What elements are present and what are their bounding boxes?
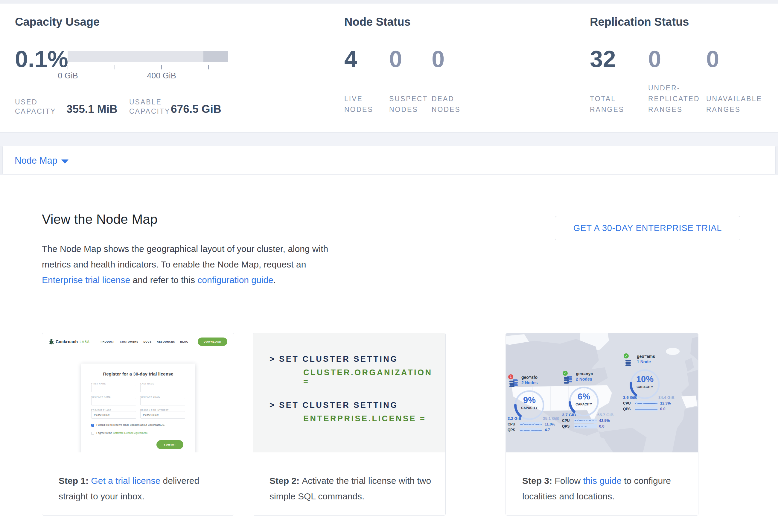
step2-caption: Step 2: Activate the trial license with … [269, 473, 433, 504]
license-agreement-checkbox-row: I agree to the Software License Agreemen… [91, 432, 185, 435]
get-trial-license-link[interactable]: Get a trial license [91, 476, 160, 485]
cockroach-labs-logo: Cockroach LABS [49, 339, 90, 345]
cpu-value: 11.0% [545, 422, 555, 427]
cpu-sparkline [635, 401, 658, 405]
node-map-selector[interactable]: Node Map [2, 146, 776, 175]
replication-status-title: Replication Status [590, 15, 769, 28]
trial-registration-form: Register for a 30-day trial license FIRS… [81, 364, 195, 452]
dead-nodes-value: 0 [432, 47, 445, 71]
unavailable-ranges-label: UNAVAILABLE RANGES [706, 93, 765, 115]
field-label: PROJECT PHASE [91, 409, 136, 411]
nav-item: RESOURCES [157, 340, 175, 343]
locality-icons [624, 354, 634, 367]
capacity-label: CAPACITY [567, 402, 600, 406]
roach-icon [49, 339, 54, 345]
sql-setting-line: CLUSTER.ORGANIZATION = [303, 368, 440, 387]
configuration-guide-link[interactable]: configuration guide [198, 275, 274, 285]
live-nodes-value: 4 [344, 47, 357, 71]
qps-value: 0.0 [660, 407, 665, 411]
cpu-metric: CPU 12.3% [623, 401, 677, 405]
qps-label: QPS [623, 407, 633, 411]
description-text: The Node Map shows the geographical layo… [42, 244, 328, 269]
usable-capacity-value: 676.5 GiB [171, 103, 221, 116]
capacity-bar-reserved-segment [204, 51, 228, 62]
caption-text: Follow [555, 476, 583, 485]
registration-site-screenshot: Cockroach LABS PRODUCT CUSTOMERS DOCS RE… [42, 333, 234, 452]
under-replicated-ranges-label: UNDER-REPLICATED RANGES [648, 83, 705, 115]
live-nodes-label: LIVE NODES [344, 93, 378, 115]
locality-icons: 1 [508, 375, 519, 388]
license-agreement-link: Software License Agreement. [113, 432, 148, 435]
form-title: Register for a 30-day trial license [91, 371, 185, 376]
capacity-usage-title: Capacity Usage [15, 15, 329, 28]
axis-tick-label: 400 GiB [138, 71, 185, 80]
locality-labels: geo=nyc 2 Nodes [576, 371, 593, 384]
step2-card: > SET CLUSTER SETTING CLUSTER.ORGANIZATI… [253, 333, 446, 516]
database-stack-icon [510, 379, 518, 387]
used-capacity-label: USED CAPACITY [15, 97, 64, 116]
qps-value: 4.7 [545, 428, 550, 432]
step1-card: Cockroach LABS PRODUCT CUSTOMERS DOCS RE… [42, 333, 234, 516]
qps-label: QPS [508, 428, 517, 432]
first-name-field [91, 385, 136, 392]
field-label: LAST NAME [140, 383, 185, 385]
cpu-value: 42.5% [599, 419, 610, 423]
capacity-bar [68, 51, 228, 62]
replication-status-section: Replication Status 32 0 0 TOTAL RANGES U… [590, 15, 769, 117]
node-map-selector-label: Node Map [15, 155, 58, 166]
checkbox-label: I would like to receive email updates ab… [96, 424, 165, 427]
step-number: Step 1: [59, 476, 91, 485]
database-stack-icon [625, 359, 631, 366]
under-replicated-ranges-value: 0 [648, 47, 661, 71]
description-text: and refer to this [130, 275, 198, 285]
field-label: COMPANY NAME [91, 396, 136, 398]
sql-command: > SET CLUSTER SETTING ENTERPRISE.LICENSE… [269, 401, 440, 424]
total-ranges-value: 32 [590, 47, 616, 71]
database-stack-icon [564, 376, 573, 384]
capacity-label: CAPACITY [513, 406, 546, 409]
suspect-nodes-label: SUSPECT NODES [389, 93, 427, 115]
axis-tick [114, 65, 115, 69]
enterprise-trial-button[interactable]: GET A 30-DAY ENTERPRISE TRIAL [555, 216, 740, 240]
step-number: Step 2: [269, 476, 302, 485]
reason-select: Please Select [140, 411, 185, 419]
cpu-label: CPU [562, 419, 571, 423]
capacity-percent: 0.1% [15, 47, 68, 71]
locality-name: geo=sfo [521, 375, 538, 380]
axis-tick [68, 65, 68, 69]
cpu-label: CPU [623, 401, 633, 405]
step1-caption: Step 1: Get a trial license delivered st… [59, 473, 221, 504]
cpu-metric: CPU 11.0% [508, 422, 561, 427]
sql-command: > SET CLUSTER SETTING CLUSTER.ORGANIZATI… [269, 355, 440, 387]
locality-node-count: 2 Nodes [521, 380, 538, 385]
download-button: DOWNLOAD [198, 337, 227, 346]
qps-sparkline [635, 407, 658, 411]
brand-name: Cockroach [56, 339, 78, 344]
used-capacity-value: 355.1 MiB [66, 103, 118, 116]
checkbox-label-text: I agree to the [96, 432, 113, 435]
description-text: . [274, 275, 276, 285]
capacity-usage-section: Capacity Usage 0.1% 0 GiB 400 GiB USED C… [15, 15, 329, 117]
chevron-down-icon [61, 159, 69, 164]
cpu-sparkline [520, 422, 542, 427]
sql-code-preview: > SET CLUSTER SETTING CLUSTER.ORGANIZATI… [253, 333, 445, 452]
error-badge-icon: 1 [508, 374, 513, 379]
qps-metric: QPS 0.0 [562, 424, 616, 429]
sql-prompt-line: > SET CLUSTER SETTING [269, 355, 440, 364]
checkbox-checked-icon [91, 424, 94, 427]
project-phase-select: Please Select [91, 411, 136, 419]
qps-sparkline [520, 428, 542, 432]
checkbox-empty-icon [91, 432, 94, 435]
locality-name: geo=ams [637, 354, 655, 359]
mini-site-header: Cockroach LABS PRODUCT CUSTOMERS DOCS RE… [42, 333, 234, 351]
company-email-field [140, 398, 185, 405]
node-map-intro-section: View the Node Map GET A 30-DAY ENTERPRIS… [0, 175, 778, 532]
qps-metric: QPS 4.7 [508, 428, 561, 432]
capacity-percent: 10% [628, 374, 662, 384]
node-locality-nyc: geo=nyc 2 Nodes 6% CAPACITY 3.7 GiB 65.7… [562, 371, 616, 429]
total-ranges-label: TOTAL RANGES [590, 93, 632, 115]
sql-prompt-line: > SET CLUSTER SETTING [269, 401, 440, 410]
this-guide-link[interactable]: this guide [583, 476, 621, 485]
node-map-description: The Node Map shows the geographical layo… [42, 241, 329, 288]
enterprise-trial-license-link[interactable]: Enterprise trial license [42, 275, 130, 285]
